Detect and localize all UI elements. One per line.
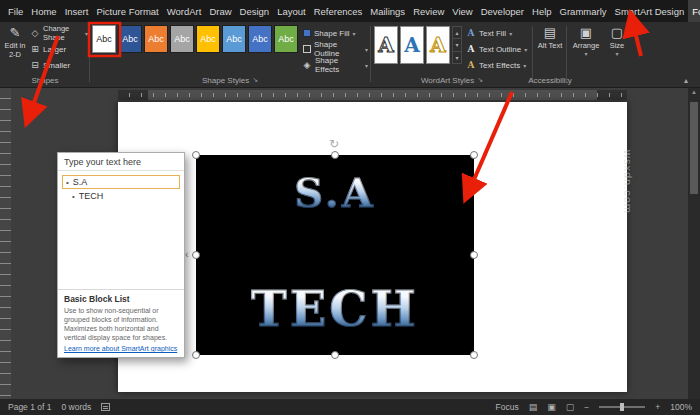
watermark: wsxdn.com [622,150,634,214]
zoom-in-icon[interactable]: + [655,402,660,412]
wordart-style-gallery: A A A [374,26,450,64]
selection-handle[interactable] [470,251,478,259]
shape-style-thumb[interactable]: Abc [248,25,272,53]
menu-tab-view[interactable]: View [448,0,476,22]
web-layout-icon[interactable]: ▢ [566,402,575,412]
wordart-style-thumb[interactable]: A [378,33,394,57]
menu-tab-insert[interactable]: Insert [61,0,93,22]
menu-tab-help[interactable]: Help [528,0,556,22]
smartart-help-link[interactable]: Learn more about SmartArt graphics [64,345,178,352]
shape-style-thumb[interactable]: Abc [222,25,246,53]
accessibility-group-label: Accessibility [516,74,584,86]
menu-tab-grammarly[interactable]: Grammarly [556,0,611,22]
menu-tab-format[interactable]: Format [688,0,700,22]
larger-button[interactable]: ⊞ Larger [30,42,88,56]
wordart-style-thumb[interactable]: A [430,33,446,57]
selection-handle[interactable] [192,351,200,359]
change-shape-button[interactable]: ◇ Change Shape ▾ [30,26,88,40]
arrange-button[interactable]: ▣ Arrange ▾ [570,26,602,57]
word-count[interactable]: 0 words [61,402,91,412]
vertical-scrollbar[interactable]: ▲ [688,88,700,399]
word-window: File Home Insert Picture Format WordArt … [0,0,700,415]
zoom-slider-thumb[interactable] [620,403,624,411]
selection-handle[interactable] [331,151,339,159]
shape-outline-button[interactable]: Shape Outline ▾ [302,42,368,56]
text-pane-item[interactable]: • TECH [69,190,180,202]
gallery-up-icon[interactable]: ▴ [452,26,462,39]
edit-in-2d-button[interactable]: ✎ Edit in 2-D [2,26,28,59]
menu-tab-mailings[interactable]: Mailings [366,0,409,22]
scrollbar-thumb[interactable] [690,102,698,194]
shape-style-thumb[interactable]: Abc [274,25,298,53]
chevron-down-icon: ▾ [615,51,618,58]
smaller-label: Smaller [43,61,70,70]
menu-tab-references[interactable]: References [310,0,367,22]
menu-tab-file[interactable]: File [4,0,27,22]
gallery-more-icon[interactable]: ▾ [452,52,462,64]
smartart-shape[interactable]: ↻ ‹ S.A TECH [196,155,474,355]
menu-tab-picture-format[interactable]: Picture Format [92,0,162,22]
alt-text-button[interactable]: ▤ Alt Text [536,26,564,51]
focus-button[interactable]: Focus [496,402,519,412]
size-button[interactable]: ▢ Size ▾ [604,26,630,57]
text-pane-toggle-icon[interactable]: ‹ [185,248,189,260]
menu-tab-home[interactable]: Home [27,0,60,22]
selection-handle[interactable] [331,351,339,359]
zoom-slider[interactable] [599,406,645,408]
selection-handle[interactable] [192,251,200,259]
wordart-line2[interactable]: TECH [196,281,474,337]
text-outline-icon: A [466,44,476,54]
shape-fill-button[interactable]: Shape Fill ▾ [302,26,368,40]
selection-handle[interactable] [192,151,200,159]
shape-style-thumb[interactable]: Abc [118,25,142,53]
horizontal-ruler[interactable] [118,90,627,100]
bullet-icon: • [72,192,75,201]
edit-in-2d-label: Edit in 2-D [2,42,28,59]
shape-effects-button[interactable]: ◈ Shape Effects ▾ [302,58,368,72]
zoom-out-icon[interactable]: − [584,402,589,412]
alt-text-icon: ▤ [544,26,556,40]
vertical-ruler[interactable] [0,88,11,399]
text-outline-button[interactable]: A Text Outline ▾ [466,42,528,56]
menu-tab-developer[interactable]: Developer [477,0,528,22]
collapse-ribbon-button[interactable]: ▴ [676,74,696,86]
smaller-button[interactable]: ⊟ Smaller [30,58,88,72]
wordart-styles-group-label-text: WordArt Styles [421,76,474,85]
menu-tab-layout[interactable]: Layout [273,0,310,22]
wordart-style-thumb[interactable]: A [404,33,420,57]
shape-style-thumb[interactable]: Abc [196,25,220,53]
text-pane-list: • S.A • TECH [58,171,184,289]
shape-style-thumb[interactable]: Abc [144,25,168,53]
dialog-launcher-icon[interactable]: ↘ [252,76,258,84]
larger-label: Larger [43,45,66,54]
text-pane-item-label: TECH [79,191,104,201]
proofing-icon[interactable] [101,403,110,411]
gallery-down-icon[interactable]: ▾ [452,39,462,51]
shape-style-thumb[interactable]: Abc [170,25,194,53]
shape-effects-label: Shape Effects [315,56,362,74]
shape-style-thumb[interactable]: Abc [92,25,116,53]
text-effects-label: Text Effects [479,61,520,70]
dialog-launcher-icon[interactable]: ↘ [477,76,483,84]
arrange-icon: ▣ [580,26,592,40]
rotate-handle-icon[interactable]: ↻ [329,137,339,151]
print-layout-icon[interactable]: ▣ [547,402,556,412]
chevron-down-icon: ▾ [365,46,368,53]
menu-tab-wordart[interactable]: WordArt [163,0,206,22]
change-shape-label: Change Shape [43,24,82,42]
wordart-line1[interactable]: S.A [196,169,474,216]
selection-handle[interactable] [470,351,478,359]
zoom-level[interactable]: 100% [670,402,692,412]
menu-tab-draw[interactable]: Draw [205,0,235,22]
menu-tab-smartart-design[interactable]: SmartArt Design [611,0,689,22]
menu-tab-design[interactable]: Design [236,0,274,22]
text-fill-button[interactable]: A Text Fill ▾ [466,26,528,40]
scroll-up-icon[interactable]: ▲ [688,89,700,95]
text-effects-button[interactable]: A Text Effects ▾ [466,58,528,72]
text-pane-item[interactable]: • S.A [62,175,180,189]
page-indicator[interactable]: Page 1 of 1 [8,402,51,412]
menubar: File Home Insert Picture Format WordArt … [0,0,700,22]
menu-tab-review[interactable]: Review [409,0,448,22]
read-mode-icon[interactable]: ▤ [529,402,538,412]
selection-handle[interactable] [470,151,478,159]
